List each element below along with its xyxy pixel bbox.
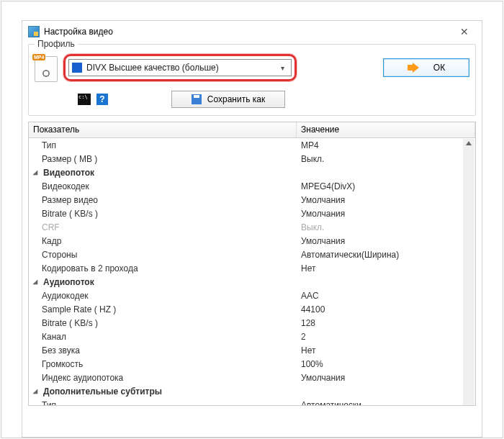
grid-cell-value[interactable]: Выкл.: [297, 154, 475, 164]
grid-row[interactable]: АудиокодекAAC: [29, 289, 475, 302]
grid-cell-value[interactable]: 44100: [297, 304, 475, 314]
grid-cell-key: Без звука: [29, 345, 297, 356]
ok-button[interactable]: ОК: [383, 58, 469, 77]
grid-cell-key: CRF: [29, 222, 297, 232]
grid-cell-value[interactable]: 2: [297, 332, 475, 342]
outer-frame: Настройка видео ✕ Профиль DIVX Высшее ка…: [1, 1, 503, 438]
grid-cell-key: Sample Rate ( HZ ): [29, 304, 297, 314]
grid-row[interactable]: Индекс аудиопотокаУмолчания: [29, 371, 475, 384]
grid-row[interactable]: Кодировать в 2 проходаНет: [29, 261, 475, 275]
save-as-button[interactable]: Сохранить как: [171, 91, 285, 108]
grid-cell-key: Громкость: [29, 359, 297, 369]
grid-row[interactable]: Bitrate ( KB/s )128: [29, 316, 475, 330]
grid-row[interactable]: ВидеокодекMPEG4(DivX): [29, 179, 475, 193]
grid-cell-value[interactable]: MPEG4(DivX): [297, 181, 475, 191]
grid-cell-key: Тип: [29, 400, 297, 406]
grid-cell-key: Аудиопоток: [29, 277, 297, 287]
grid-cell-value[interactable]: Умолчания: [297, 209, 475, 219]
grid-cell-key: Дополнительные субтитры: [29, 386, 297, 397]
grid-header: Показатель Значение: [29, 122, 475, 138]
grid-row[interactable]: Без звукаНет: [29, 343, 475, 357]
grid-row[interactable]: СтороныАвтоматически(Ширина): [29, 248, 475, 261]
header-value[interactable]: Значение: [297, 122, 475, 137]
settings-grid: Показатель Значение ТипMP4Размер ( MB )В…: [28, 122, 476, 406]
grid-cell-key: Аудиокодек: [29, 291, 297, 301]
chevron-down-icon: ▾: [276, 64, 288, 72]
grid-row[interactable]: Размер ( MB )Выкл.: [29, 152, 475, 166]
grid-cell-key: Индекс аудиопотока: [29, 373, 297, 383]
grid-cell-value[interactable]: Автоматически: [297, 400, 475, 406]
grid-cell-key: Видеопоток: [29, 168, 297, 178]
grid-cell-key: Канал: [29, 332, 297, 342]
grid-cell-key: Тип: [29, 140, 297, 150]
dialog-window: Настройка видео ✕ Профиль DIVX Высшее ка…: [22, 20, 482, 438]
app-icon: [28, 26, 40, 37]
close-button[interactable]: ✕: [453, 23, 476, 40]
grid-cell-value[interactable]: Автоматически(Ширина): [297, 250, 475, 260]
grid-cell-key: Стороны: [29, 250, 297, 260]
grid-row[interactable]: CRFВыкл.: [29, 220, 475, 234]
profile-text: DIVX Высшее качество (больше): [86, 63, 276, 73]
profile-select-highlight: DIVX Высшее качество (больше) ▾: [63, 54, 297, 81]
divx-icon: [72, 63, 82, 73]
grid-cell-value[interactable]: Умолчания: [297, 195, 475, 205]
profile-caption: Профиль: [35, 39, 78, 49]
grid-row[interactable]: ТипMP4: [29, 138, 475, 152]
floppy-icon: [192, 94, 202, 104]
grid-row[interactable]: Размер видеоУмолчания: [29, 193, 475, 207]
grid-row[interactable]: Bitrate ( KB/s )Умолчания: [29, 207, 475, 220]
grid-cell-key: Видеокодек: [29, 181, 297, 191]
grid-cell-value[interactable]: Умолчания: [297, 373, 475, 383]
ok-label: ОК: [433, 63, 445, 73]
grid-cell-value[interactable]: Выкл.: [297, 222, 475, 232]
header-name[interactable]: Показатель: [29, 122, 297, 137]
grid-row[interactable]: Канал2: [29, 330, 475, 343]
grid-cell-key: Кадр: [29, 236, 297, 246]
grid-cell-value[interactable]: MP4: [297, 140, 475, 150]
grid-cell-value[interactable]: 128: [297, 318, 475, 328]
grid-cell-key: Размер видео: [29, 195, 297, 205]
grid-cell-key: Кодировать в 2 прохода: [29, 263, 297, 273]
grid-row[interactable]: ТипАвтоматически: [29, 398, 475, 405]
grid-row[interactable]: КадрУмолчания: [29, 234, 475, 248]
grid-cell-key: Bitrate ( KB/s ): [29, 318, 297, 328]
scroll-up-icon: [466, 141, 472, 145]
window-title: Настройка видео: [44, 27, 113, 37]
cmd-icon[interactable]: [78, 94, 91, 105]
ok-arrow-icon: [408, 63, 419, 72]
grid-row[interactable]: Громкость100%: [29, 357, 475, 371]
save-as-label: Сохранить как: [207, 94, 265, 104]
mp4-icon: [35, 56, 58, 82]
grid-cell-value[interactable]: Умолчания: [297, 236, 475, 246]
grid-cell-key: Bitrate ( KB/s ): [29, 209, 297, 219]
grid-group-row[interactable]: Дополнительные субтитры: [29, 384, 475, 398]
grid-group-row[interactable]: Аудиопоток: [29, 275, 475, 289]
profile-combobox[interactable]: DIVX Высшее качество (больше) ▾: [68, 59, 292, 76]
grid-cell-value[interactable]: Нет: [297, 263, 475, 273]
title-bar: Настройка видео ✕: [22, 21, 482, 42]
grid-cell-value[interactable]: 100%: [297, 359, 475, 369]
scrollbar[interactable]: [463, 139, 474, 405]
grid-cell-value[interactable]: AAC: [297, 291, 475, 301]
profile-groupbox: Профиль DIVX Высшее качество (больше) ▾ …: [28, 44, 476, 116]
grid-row[interactable]: Sample Rate ( HZ )44100: [29, 302, 475, 316]
grid-group-row[interactable]: Видеопоток: [29, 166, 475, 179]
grid-cell-key: Размер ( MB ): [29, 154, 297, 164]
grid-body[interactable]: ТипMP4Размер ( MB )Выкл.ВидеопотокВидеок…: [29, 138, 475, 405]
grid-cell-value[interactable]: Нет: [297, 345, 475, 356]
help-icon[interactable]: ?: [96, 94, 108, 105]
